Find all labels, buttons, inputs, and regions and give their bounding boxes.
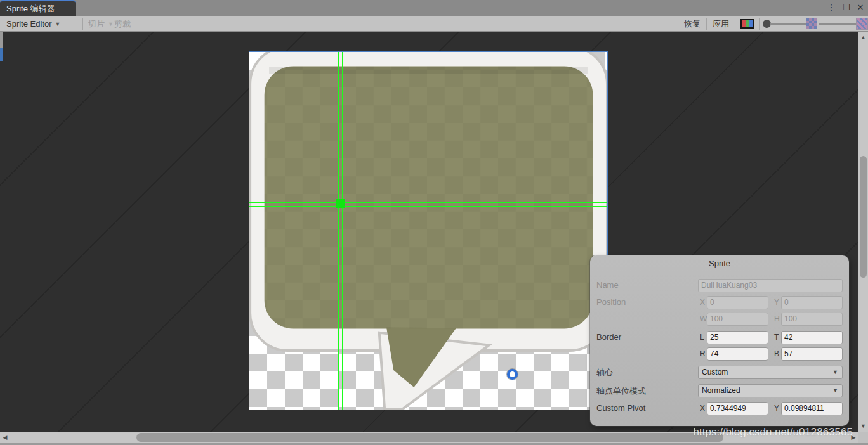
border-corner-handle[interactable] bbox=[336, 199, 345, 208]
toolbar: Sprite Editor▼ 切片▼ 剪裁 恢复 应用 bbox=[0, 16, 868, 32]
titlebar: Sprite 编辑器 ⋮ ❒ ✕ bbox=[0, 0, 868, 16]
pivot-label: 轴心 bbox=[596, 367, 613, 378]
chevron-down-icon: ▼ bbox=[832, 384, 838, 397]
position-y-field[interactable]: 0 bbox=[781, 296, 843, 309]
blue-stripe bbox=[749, 20, 753, 27]
sprite-editor-mode-dropdown[interactable]: Sprite Editor▼ bbox=[1, 16, 65, 31]
toolbar-separator bbox=[678, 18, 678, 30]
position-row-xy: Position X 0 Y 0 bbox=[590, 296, 849, 309]
scroll-left-icon[interactable]: ◀ bbox=[1, 432, 10, 443]
sprite-editor-mode-label: Sprite Editor bbox=[6, 19, 52, 29]
maximize-icon[interactable]: ❒ bbox=[840, 0, 853, 15]
position-row-wh: W 100 H 100 bbox=[590, 313, 849, 326]
sprite-editor-window: Sprite 编辑器 ⋮ ❒ ✕ Sprite Editor▼ 切片▼ 剪裁 恢… bbox=[0, 0, 868, 445]
close-icon[interactable]: ✕ bbox=[854, 0, 867, 15]
sprite-rect[interactable] bbox=[249, 52, 607, 410]
tab-label: Sprite 编辑器 bbox=[6, 4, 55, 13]
trim-button[interactable]: 剪裁 bbox=[109, 16, 136, 31]
border-guide-bottom[interactable] bbox=[249, 206, 607, 207]
mip-slider-track[interactable] bbox=[819, 23, 858, 25]
sprite-canvas[interactable]: Sprite Name DuiHuaKuang03 Position X 0 Y… bbox=[0, 32, 858, 432]
toolbar-separator bbox=[108, 18, 109, 30]
horizontal-scrollbar-thumb[interactable] bbox=[136, 433, 723, 442]
custom-pivot-y-label: Y bbox=[774, 404, 779, 413]
zoom-slider-track[interactable] bbox=[770, 23, 806, 25]
vertical-scrollbar-thumb[interactable] bbox=[860, 156, 867, 278]
chevron-down-icon: ▼ bbox=[832, 366, 838, 379]
custom-pivot-y-field[interactable]: 0.09894811 bbox=[781, 402, 843, 415]
border-guide-right[interactable] bbox=[342, 52, 343, 410]
apply-label: 应用 bbox=[713, 19, 729, 29]
custom-pivot-label: Custom Pivot bbox=[596, 403, 645, 413]
border-top-field[interactable]: 42 bbox=[781, 331, 843, 344]
pivot-unit-row: 轴点单位模式 Normalized ▼ bbox=[590, 384, 849, 397]
height-field[interactable]: 100 bbox=[781, 313, 843, 326]
panel-title: Sprite bbox=[590, 259, 849, 268]
zoom-mip-slider-group bbox=[763, 16, 864, 31]
pivot-row: 轴心 Custom ▼ bbox=[590, 366, 849, 379]
revert-button[interactable]: 恢复 bbox=[679, 16, 706, 31]
pivot-unit-dropdown-value: Normalized bbox=[702, 386, 740, 395]
border-left-field[interactable]: 25 bbox=[707, 331, 768, 344]
t-label: T bbox=[774, 333, 779, 342]
custom-pivot-x-field[interactable]: 0.7344949 bbox=[707, 402, 768, 415]
window-menu-icon[interactable]: ⋮ bbox=[825, 0, 838, 15]
toolbar-separator bbox=[706, 18, 707, 30]
width-field[interactable]: 100 bbox=[707, 313, 768, 326]
position-label: Position bbox=[596, 297, 626, 307]
scroll-down-icon[interactable]: ▼ bbox=[858, 422, 868, 430]
name-field[interactable]: DuiHuaKuang03 bbox=[698, 279, 843, 292]
chevron-down-icon: ▼ bbox=[55, 21, 61, 27]
r-label: R bbox=[700, 349, 706, 358]
tab-sprite-editor[interactable]: Sprite 编辑器 bbox=[0, 0, 76, 16]
watermark-text: https://blog.csdn.net/u012863565 bbox=[694, 426, 853, 439]
pivot-dropdown[interactable]: Custom ▼ bbox=[698, 366, 843, 379]
x-label: X bbox=[700, 298, 705, 307]
toolbar-separator bbox=[735, 18, 735, 30]
name-label: Name bbox=[596, 280, 619, 290]
pivot-unit-label: 轴点单位模式 bbox=[596, 385, 646, 397]
toolbar-separator bbox=[760, 18, 760, 30]
revert-label: 恢复 bbox=[684, 19, 700, 29]
apply-button[interactable]: 应用 bbox=[707, 16, 734, 31]
border-right-field[interactable]: 74 bbox=[707, 347, 768, 361]
b-label: B bbox=[774, 349, 779, 358]
mip-large-texture-icon bbox=[857, 18, 867, 29]
custom-pivot-x-label: X bbox=[700, 404, 705, 413]
border-row-rb: R 74 B 57 bbox=[590, 347, 849, 361]
vertical-scrollbar[interactable]: ▲ ▼ bbox=[858, 32, 868, 432]
pivot-dropdown-value: Custom bbox=[702, 368, 728, 377]
h-label: H bbox=[774, 314, 780, 323]
speech-bubble-sprite bbox=[249, 52, 607, 410]
scrollbar-corner bbox=[858, 432, 868, 443]
border-bottom-field[interactable]: 57 bbox=[781, 347, 843, 361]
left-edge-blue-strip bbox=[0, 48, 3, 61]
y-label: Y bbox=[774, 298, 779, 307]
mip-small-texture-icon bbox=[806, 18, 817, 29]
custom-pivot-row: Custom Pivot X 0.7344949 Y 0.09894811 bbox=[590, 402, 849, 415]
border-guide-top[interactable] bbox=[249, 202, 607, 203]
scroll-up-icon[interactable]: ▲ bbox=[858, 33, 868, 42]
trim-label: 剪裁 bbox=[114, 19, 131, 29]
border-label: Border bbox=[596, 332, 621, 342]
pivot-unit-dropdown[interactable]: Normalized ▼ bbox=[698, 384, 843, 397]
rgb-alpha-toggle-icon[interactable] bbox=[740, 19, 754, 29]
name-row: Name DuiHuaKuang03 bbox=[590, 279, 849, 292]
border-guide-left[interactable] bbox=[338, 52, 339, 410]
position-x-field[interactable]: 0 bbox=[707, 296, 768, 309]
border-row-lt: Border L 25 T 42 bbox=[590, 331, 849, 344]
w-label: W bbox=[700, 314, 707, 323]
left-edge-strip bbox=[0, 32, 3, 48]
l-label: L bbox=[700, 333, 704, 342]
pivot-marker[interactable] bbox=[507, 369, 518, 380]
slice-label: 切片 bbox=[88, 19, 105, 29]
toolbar-separator bbox=[141, 18, 141, 30]
sprite-detail-panel: Sprite Name DuiHuaKuang03 Position X 0 Y… bbox=[590, 255, 849, 426]
